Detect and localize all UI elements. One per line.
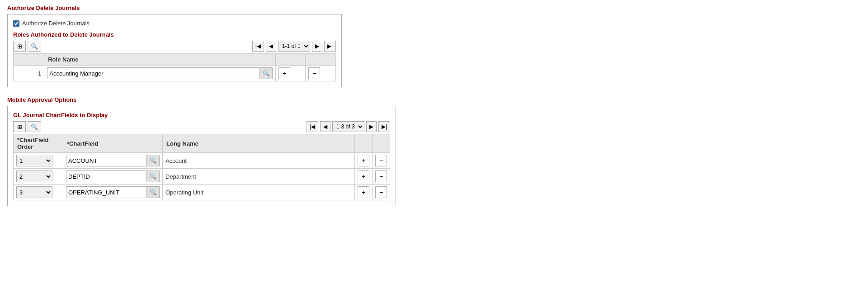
gl-order-cell-2: 1 2 3 4 5 [14, 169, 63, 185]
gl-field-search-btn-1[interactable]: 🔍 [146, 155, 159, 166]
gl-order-select-1[interactable]: 1 2 3 4 5 [16, 155, 52, 166]
gl-col-order-header: *ChartField Order [14, 134, 63, 153]
roles-col-act2-header [306, 54, 336, 66]
roles-toolbar: ⊞ 🔍 |◀ ◀ 1-1 of 1 ▶ ▶| [13, 41, 336, 52]
gl-add-cell-3: + [355, 185, 373, 200]
roles-last-page-btn[interactable]: ▶| [324, 41, 336, 52]
gl-order-cell-1: 1 2 3 4 5 [14, 153, 63, 169]
roles-prev-page-btn[interactable]: ◀ [266, 41, 276, 52]
gl-add-btn-2[interactable]: + [358, 171, 369, 182]
authorize-checkbox-label: Authorize Delete Journals [22, 20, 90, 27]
gl-col-longname-header: Long Name [163, 134, 355, 153]
gl-field-search-btn-3[interactable]: 🔍 [146, 187, 159, 198]
authorize-panel: Authorize Delete Journals Roles Authoriz… [7, 14, 342, 87]
gl-search-btn[interactable]: 🔍 [28, 121, 41, 132]
gl-order-select-3[interactable]: 1 2 3 4 5 [16, 186, 52, 198]
search-icon: 🔍 [31, 43, 38, 50]
gl-field-cell-1: 🔍 [63, 153, 163, 169]
roles-remove-cell: − [306, 66, 336, 81]
gl-subtitle: GL Journal ChartFields to Display [13, 112, 390, 118]
gl-page-select[interactable]: 1-3 of 3 [332, 121, 364, 132]
gl-longname-cell-2: Department [163, 169, 355, 185]
gl-grid-icon: ⊞ [17, 123, 22, 130]
roles-first-page-btn[interactable]: |◀ [252, 41, 264, 52]
grid-icon: ⊞ [17, 43, 22, 50]
gl-order-cell-3: 1 2 3 4 5 [14, 185, 63, 200]
gl-remove-cell-3: − [373, 185, 390, 200]
mobile-panel: GL Journal ChartFields to Display ⊞ 🔍 |◀… [7, 106, 396, 206]
roles-row-name-cell: 🔍 [44, 66, 276, 81]
gl-longname-1: Account [165, 157, 187, 164]
roles-col-name-header: Role Name [44, 54, 276, 66]
gl-field-input-2[interactable] [66, 172, 146, 181]
roles-add-btn[interactable]: + [278, 67, 290, 79]
roles-name-search-btn[interactable]: 🔍 [259, 68, 272, 79]
gl-add-btn-1[interactable]: + [358, 155, 369, 166]
roles-table: Role Name 1 🔍 + [13, 53, 336, 81]
roles-pagination: |◀ ◀ 1-1 of 1 ▶ ▶| [252, 41, 336, 52]
table-row: 1 2 3 4 5 🔍 Operati [14, 185, 390, 200]
gl-remove-btn-1[interactable]: − [375, 155, 387, 166]
gl-add-btn-3[interactable]: + [358, 186, 369, 198]
gl-remove-btn-2[interactable]: − [375, 171, 387, 182]
roles-name-input-wrapper: 🔍 [47, 67, 273, 79]
table-row: 1 2 3 4 5 🔍 Account [14, 153, 390, 169]
gl-col-act2-header [373, 134, 390, 153]
authorize-section-title: Authorize Delete Journals [7, 5, 861, 11]
gl-col-field-header: *ChartField [63, 134, 163, 153]
gl-toolbar: ⊞ 🔍 |◀ ◀ 1-3 of 3 ▶ ▶| [13, 121, 390, 132]
gl-order-select-2[interactable]: 1 2 3 4 5 [16, 171, 52, 182]
roles-col-num-header [14, 54, 44, 66]
gl-field-search-btn-2[interactable]: 🔍 [146, 171, 159, 182]
page-container: Authorize Delete Journals Authorize Dele… [0, 0, 868, 220]
gl-field-input-wrapper-1: 🔍 [66, 155, 160, 166]
gl-table: *ChartField Order *ChartField Long Name … [13, 134, 390, 200]
gl-col-act1-header [355, 134, 373, 153]
roles-search-btn[interactable]: 🔍 [28, 41, 41, 52]
mobile-section-title: Mobile Approval Options [7, 96, 861, 103]
gl-grid-btn[interactable]: ⊞ [13, 121, 26, 132]
gl-pagination: |◀ ◀ 1-3 of 3 ▶ ▶| [307, 121, 390, 132]
gl-search-icon: 🔍 [31, 123, 38, 130]
gl-last-page-btn[interactable]: ▶| [378, 121, 390, 132]
gl-next-page-btn[interactable]: ▶ [366, 121, 377, 132]
gl-add-cell-1: + [355, 153, 373, 169]
gl-remove-btn-3[interactable]: − [375, 186, 387, 198]
gl-field-cell-3: 🔍 [63, 185, 163, 200]
gl-prev-page-btn[interactable]: ◀ [320, 121, 330, 132]
gl-longname-cell-1: Account [163, 153, 355, 169]
table-row: 1 2 3 4 5 🔍 Departm [14, 169, 390, 185]
roles-next-page-btn[interactable]: ▶ [312, 41, 322, 52]
roles-row-num: 1 [14, 66, 44, 81]
roles-add-cell: + [275, 66, 306, 81]
gl-longname-2: Department [165, 173, 196, 180]
roles-col-act1-header [275, 54, 306, 66]
roles-name-input[interactable] [47, 69, 259, 78]
roles-grid-btn[interactable]: ⊞ [13, 41, 26, 52]
gl-field-input-3[interactable] [66, 188, 146, 197]
gl-first-page-btn[interactable]: |◀ [307, 121, 318, 132]
gl-field-cell-2: 🔍 [63, 169, 163, 185]
gl-longname-cell-3: Operating Unit [163, 185, 355, 200]
gl-remove-cell-1: − [373, 153, 390, 169]
authorize-checkbox[interactable] [13, 20, 19, 27]
gl-field-input-wrapper-2: 🔍 [66, 171, 160, 182]
gl-field-input-wrapper-3: 🔍 [66, 186, 160, 198]
gl-add-cell-2: + [355, 169, 373, 185]
gl-field-input-1[interactable] [66, 156, 146, 165]
roles-subtitle: Roles Authorized to Delete Journals [13, 31, 336, 38]
roles-page-select[interactable]: 1-1 of 1 [278, 41, 310, 52]
gl-longname-3: Operating Unit [165, 189, 203, 196]
gl-remove-cell-2: − [373, 169, 390, 185]
table-row: 1 🔍 + − [14, 66, 336, 81]
roles-remove-btn[interactable]: − [308, 67, 320, 79]
authorize-checkbox-row: Authorize Delete Journals [13, 20, 336, 27]
